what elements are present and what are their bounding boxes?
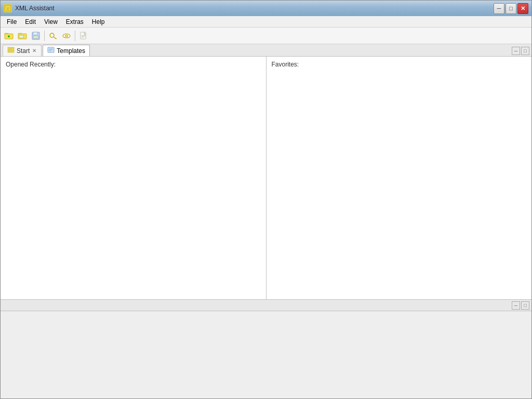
tab-templates[interactable]: Templates [43,45,90,56]
menu-extras[interactable]: Extras [62,17,88,26]
main-content: Opened Recently: Favorites: ─ □ [1,57,531,398]
new-folder-button[interactable] [3,30,15,42]
bottom-minimize-button[interactable]: ─ [512,301,520,310]
bottom-toolbar: ─ □ [1,300,531,311]
menu-help[interactable]: Help [88,17,109,26]
main-window: X XML Assistant ─ □ ✕ File Edit View Ext… [0,0,532,399]
bottom-section: ─ □ [1,300,531,398]
start-tab-icon [7,46,15,55]
save-button[interactable] [30,30,42,42]
tab-bar: Start ✕ Templates ─ □ [1,44,531,57]
svg-rect-11 [33,36,38,38]
tab-bar-right: ─ □ [512,47,529,56]
tab-restore-button[interactable]: □ [521,47,529,55]
toolbar-separator-2 [75,31,75,41]
menu-file[interactable]: File [3,17,21,26]
toolbar-separator-1 [44,31,45,41]
svg-rect-10 [33,32,37,35]
favorites-label: Favorites: [272,61,527,68]
svg-rect-23 [8,50,10,52]
window-controls: ─ □ ✕ [494,3,528,14]
toolbar [1,28,531,44]
start-tab-close[interactable]: ✕ [32,48,37,54]
open-button[interactable] [16,30,29,42]
svg-rect-22 [8,47,10,50]
title-bar: X XML Assistant ─ □ ✕ [1,1,531,16]
templates-tab-label: Templates [57,47,85,55]
menu-edit[interactable]: Edit [21,17,40,26]
tab-start[interactable]: Start ✕ [3,45,42,56]
window-title: XML Assistant [15,5,55,12]
restore-button[interactable]: □ [506,3,516,14]
templates-tab-icon [47,46,55,55]
menu-bar: File Edit View Extras Help [1,16,531,28]
svg-rect-8 [19,35,23,38]
panel-recently-opened: Opened Recently: [1,57,267,299]
bottom-restore-button[interactable]: □ [521,301,529,310]
bottom-content [1,311,531,398]
title-bar-left: X XML Assistant [4,4,55,12]
svg-point-12 [50,33,54,37]
app-icon: X [4,4,12,12]
menu-view[interactable]: View [40,17,62,26]
start-tab-label: Start [17,47,30,55]
svg-point-17 [66,35,67,36]
panel-favorites: Favorites: [267,57,532,299]
svg-text:X: X [6,6,9,11]
view-button[interactable] [60,30,73,42]
key-button[interactable] [47,30,59,42]
close-button[interactable]: ✕ [517,3,528,14]
svg-rect-24 [11,47,14,52]
tab-bar-left: Start ✕ Templates [3,45,90,56]
tab-minimize-button[interactable]: ─ [512,47,520,55]
recently-opened-label: Opened Recently: [6,61,261,68]
panels-area: Opened Recently: Favorites: [1,57,531,300]
minimize-button[interactable]: ─ [494,3,504,14]
document-button[interactable] [77,30,90,42]
